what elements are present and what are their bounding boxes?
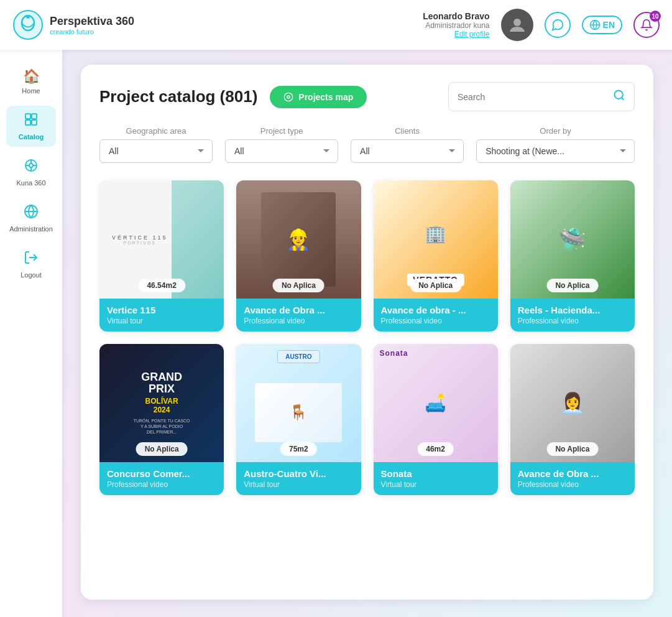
sidebar-label-kuna360: Kuna 360	[16, 179, 45, 187]
header: Perspektiva 360 creando futuro Leonardo …	[0, 0, 672, 50]
project-card-avance3[interactable]: 👩‍💼 No Aplica Avance de Obra ... Profess…	[510, 344, 635, 495]
project-badge-avance2: No Aplica	[410, 279, 461, 292]
search-button[interactable]	[604, 83, 634, 111]
header-right: Leonardo Bravo Administrador kuna Edit p…	[423, 9, 660, 41]
project-image-grandprix: GRAND PRIX BOLÍVAR 2024 TURÓN, PONTE TU …	[99, 344, 224, 462]
project-image-vertice: VÉRTICE 115 PORTIVOS 46.54m2	[99, 180, 224, 299]
clients-label: Clients	[351, 126, 464, 136]
sidebar-label-catalog: Catalog	[19, 133, 44, 141]
language-selector[interactable]: EN	[582, 16, 622, 34]
logo-subtitle: creando futuro	[50, 28, 134, 35]
sidebar-item-administration[interactable]: Administration	[6, 198, 56, 239]
layout: 🏠 Home Catalog Kuna 360	[0, 50, 672, 617]
project-type-avance2: Professional video	[381, 317, 490, 325]
project-footer-avance3: Avance de Obra ... Professional video	[510, 462, 635, 495]
administration-icon	[24, 204, 39, 223]
project-name-avance1: Avance de Obra ...	[244, 305, 353, 315]
project-card-reels[interactable]: 🛸 No Aplica Reels - Hacienda... Professi…	[510, 180, 635, 332]
avatar[interactable]	[501, 9, 533, 41]
filter-order-by: Order by Shooting at (Newe...	[476, 126, 635, 163]
project-image-sonata: Sonata 🛋️ 46m2	[374, 344, 498, 462]
kuna360-icon	[24, 158, 39, 177]
filters: Geographic area All Project type All Cli…	[99, 126, 635, 163]
project-image-avance1: 👷 No Aplica	[236, 180, 361, 299]
svg-rect-9	[32, 120, 37, 125]
sidebar-item-logout[interactable]: Logout	[6, 244, 56, 285]
svg-point-2	[26, 15, 30, 19]
whatsapp-icon[interactable]	[545, 12, 571, 38]
project-footer-reels: Reels - Hacienda... Professional video	[510, 299, 635, 332]
top-bar: Project catalog (801) Projects map	[99, 82, 635, 111]
svg-point-19	[285, 93, 293, 101]
clients-select[interactable]: All	[351, 139, 464, 163]
project-badge-vertice: 46.54m2	[138, 279, 185, 292]
content-card: Project catalog (801) Projects map	[81, 65, 653, 600]
project-footer-grandprix: Concurso Comer... Professional video	[99, 462, 224, 495]
logo-title: Perspektiva 360	[50, 15, 134, 28]
geographic-area-label: Geographic area	[99, 126, 213, 136]
project-name-avance3: Avance de Obra ...	[518, 468, 627, 479]
sidebar: 🏠 Home Catalog Kuna 360	[0, 50, 62, 617]
project-image-austro: AUSTRO 🪑 75m2	[236, 344, 361, 462]
edit-profile-link[interactable]: Edit profile	[423, 30, 489, 39]
filter-project-type: Project type All	[225, 126, 338, 163]
project-name-reels: Reels - Hacienda...	[518, 305, 627, 315]
project-footer-austro: Austro-Cuatro Vi... Virtual tour	[236, 462, 361, 495]
project-type-vertice: Virtual tour	[107, 317, 216, 325]
home-icon: 🏠	[23, 68, 40, 85]
filter-geographic-area: Geographic area All	[99, 126, 213, 163]
sidebar-label-logout: Logout	[21, 271, 42, 279]
project-footer-vertice: Vertice 115 Virtual tour	[99, 299, 224, 332]
logo: Perspektiva 360 creando futuro	[12, 9, 134, 40]
project-name-vertice: Vertice 115	[107, 305, 216, 315]
notification-badge: 10	[650, 11, 661, 22]
svg-rect-6	[25, 114, 30, 119]
project-badge-avance3: No Aplica	[546, 442, 598, 456]
project-type-austro: Virtual tour	[244, 480, 353, 489]
search-input[interactable]	[449, 86, 604, 108]
project-footer-avance1: Avance de Obra ... Professional video	[236, 299, 361, 332]
project-type-avance3: Professional video	[518, 480, 627, 489]
svg-point-21	[615, 91, 623, 99]
main-content: Project catalog (801) Projects map	[62, 50, 672, 617]
project-card-grandprix[interactable]: GRAND PRIX BOLÍVAR 2024 TURÓN, PONTE TU …	[99, 344, 224, 495]
logo-icon	[12, 9, 44, 40]
project-image-reels: 🛸 No Aplica	[510, 180, 635, 299]
project-footer-avance2: Avance de obra - ... Professional video	[374, 299, 498, 332]
project-card-avance1[interactable]: 👷 No Aplica Avance de Obra ... Professio…	[236, 180, 361, 332]
user-info: Leonardo Bravo Administrador kuna Edit p…	[423, 11, 489, 39]
svg-point-3	[513, 19, 521, 26]
order-by-label: Order by	[476, 126, 635, 136]
sidebar-label-administration: Administration	[9, 225, 53, 233]
sidebar-item-kuna360[interactable]: Kuna 360	[6, 152, 56, 193]
order-by-select[interactable]: Shooting at (Newe...	[476, 139, 635, 163]
svg-point-20	[287, 96, 290, 98]
project-name-avance2: Avance de obra - ...	[381, 305, 490, 315]
project-badge-grandprix: No Aplica	[136, 442, 188, 456]
catalog-icon	[24, 112, 39, 131]
notifications-button[interactable]: 10	[633, 12, 660, 38]
svg-point-11	[29, 164, 33, 167]
project-badge-sonata: 46m2	[417, 442, 454, 456]
projects-map-button[interactable]: Projects map	[270, 86, 367, 108]
projects-grid: VÉRTICE 115 PORTIVOS 46.54m2 Vertice 115…	[99, 180, 635, 495]
lang-label: EN	[603, 20, 615, 30]
geographic-area-select[interactable]: All	[99, 139, 213, 163]
project-badge-reels: No Aplica	[546, 279, 598, 292]
project-type-label: Project type	[225, 126, 338, 136]
project-footer-sonata: Sonata Virtual tour	[374, 462, 498, 495]
project-name-grandprix: Concurso Comer...	[107, 468, 216, 479]
project-card-avance2[interactable]: VERATTO 🏢 No Aplica Avance de obra - ...…	[374, 180, 498, 332]
project-image-avance2: VERATTO 🏢 No Aplica	[374, 180, 498, 299]
project-image-avance3: 👩‍💼 No Aplica	[510, 344, 635, 462]
sidebar-item-catalog[interactable]: Catalog	[6, 106, 56, 147]
user-name: Leonardo Bravo	[423, 11, 489, 21]
project-card-austro[interactable]: AUSTRO 🪑 75m2 Austro-Cuatro Vi... Virtua…	[236, 344, 361, 495]
logo-text: Perspektiva 360 creando futuro	[50, 15, 134, 35]
svg-rect-7	[32, 114, 37, 119]
project-card-vertice[interactable]: VÉRTICE 115 PORTIVOS 46.54m2 Vertice 115…	[99, 180, 224, 332]
sidebar-item-home[interactable]: 🏠 Home	[6, 62, 56, 101]
svg-rect-8	[25, 120, 30, 125]
project-card-sonata[interactable]: Sonata 🛋️ 46m2 Sonata Virtual tour	[374, 344, 498, 495]
project-type-select[interactable]: All	[225, 139, 338, 163]
